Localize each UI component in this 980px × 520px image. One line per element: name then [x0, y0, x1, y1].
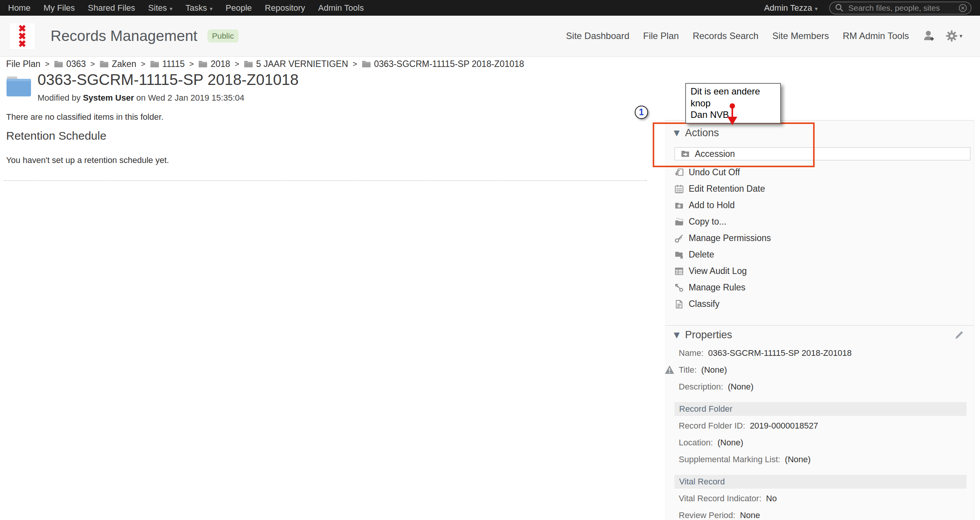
search-input[interactable] [848, 3, 958, 13]
breadcrumb-label: 0363 [66, 59, 86, 69]
action-label: Manage Rules [689, 282, 745, 293]
action-manage-rules[interactable]: Manage Rules [675, 279, 771, 296]
breadcrumb-label: Zaken [112, 59, 136, 69]
nav-repository[interactable]: Repository [258, 3, 312, 13]
action-label: Copy to... [689, 217, 726, 227]
invite-user-icon[interactable] [923, 30, 936, 42]
breadcrumb-separator: > [353, 60, 357, 68]
breadcrumb-file-plan[interactable]: File Plan [6, 59, 40, 69]
user-menu[interactable]: Admin Tezza▾ [764, 3, 818, 13]
classify-document-icon [675, 300, 684, 309]
page-title: 0363-SGCRM-11115-SP 2018-Z01018 [38, 71, 299, 88]
accession-icon [681, 149, 690, 158]
action-label: Accession [695, 149, 735, 159]
modified-user-link[interactable]: System User [83, 93, 134, 103]
property-value: 2019-0000018527 [750, 421, 818, 431]
tab-file-plan[interactable]: File Plan [643, 31, 679, 41]
property-value: (None) [717, 438, 743, 448]
delete-folder-icon [675, 250, 684, 259]
breadcrumb-folder[interactable]: 0363 [54, 59, 86, 69]
add-to-hold-icon [675, 201, 684, 210]
property-row-description: Description: (None) [679, 381, 974, 392]
folder-icon [244, 60, 253, 68]
action-label: Delete [689, 249, 714, 260]
caret-down-icon: ▾ [959, 33, 962, 39]
breadcrumb-folder[interactable]: 2018 [198, 59, 230, 69]
caret-down-icon: ▾ [210, 5, 213, 12]
nav-home[interactable]: Home [2, 3, 37, 13]
breadcrumb-label: 5 JAAR VERNIETIGEN [256, 59, 348, 69]
record-folder-group-header: Record Folder [675, 402, 967, 416]
collapse-triangle-icon: ▼ [674, 330, 679, 339]
nav-my-files[interactable]: My Files [37, 3, 82, 13]
action-undo-cut-off[interactable]: Undo Cut Off [675, 164, 771, 181]
user-menu-label: Admin Tezza [764, 3, 812, 13]
no-classified-items-text: There are no classified items in this fo… [6, 112, 163, 122]
tab-rm-admin-tools[interactable]: RM Admin Tools [843, 31, 909, 41]
breadcrumb-folder[interactable]: 11115 [150, 59, 185, 69]
property-row-location: Location: (None) [679, 437, 974, 448]
undo-cut-off-icon [675, 168, 684, 177]
tab-site-members[interactable]: Site Members [772, 31, 829, 41]
collapse-triangle-icon: ▼ [674, 128, 679, 137]
site-header: Records Management Public Site Dashboard… [0, 16, 980, 57]
group-title: Record Folder [679, 404, 732, 414]
tab-site-dashboard[interactable]: Site Dashboard [566, 31, 629, 41]
action-label: View Audit Log [689, 266, 747, 276]
breadcrumb-separator: > [189, 60, 194, 68]
breadcrumb-folder[interactable]: 5 JAAR VERNIETIGEN [244, 59, 348, 69]
action-view-audit-log[interactable]: View Audit Log [675, 263, 771, 279]
audit-log-icon [675, 267, 684, 276]
site-navigation: Site Dashboard File Plan Records Search … [566, 30, 972, 42]
action-edit-retention-date[interactable]: Edit Retention Date [675, 181, 771, 197]
key-icon [675, 234, 684, 243]
property-label: Title: [679, 365, 697, 375]
property-label: Name: [679, 348, 704, 358]
modified-prefix: Modified by [38, 93, 81, 103]
breadcrumb-label: 11115 [162, 59, 185, 69]
nav-tasks-label: Tasks [186, 3, 207, 13]
site-logo[interactable] [10, 23, 34, 49]
nav-shared-files[interactable]: Shared Files [82, 3, 142, 13]
annotation-step-number: 1 [635, 106, 648, 119]
breadcrumb-separator: > [90, 60, 95, 68]
action-delete[interactable]: Delete [675, 246, 771, 263]
edit-properties-pencil-icon[interactable] [954, 330, 964, 342]
properties-section: ▼ Properties Name: 0363-SGCRM-11115-SP 2… [665, 325, 974, 520]
property-value: 0363-SGCRM-11115-SP 2018-Z01018 [708, 348, 852, 358]
details-panel: ▼ Actions Accession Undo Cut Off [665, 120, 974, 520]
action-label: Edit Retention Date [689, 184, 765, 194]
site-settings-gear-icon[interactable]: ▾ [946, 30, 962, 42]
action-classify[interactable]: Classify [675, 296, 771, 312]
breadcrumb-folder[interactable]: Zaken [100, 59, 136, 69]
annotation-arrow-line [732, 107, 733, 117]
action-label: Undo Cut Off [689, 167, 740, 178]
properties-section-header[interactable]: ▼ Properties [674, 329, 974, 341]
action-label: Manage Permissions [689, 233, 771, 243]
annotation-arrow-head-icon [727, 117, 737, 125]
properties-title: Properties [685, 329, 732, 341]
property-label: Record Folder ID: [679, 421, 745, 431]
property-label: Location: [679, 438, 713, 448]
folder-icon [100, 60, 109, 68]
property-row-vital-record-indicator: Vital Record Indicator: No [679, 493, 974, 504]
action-add-to-hold[interactable]: Add to Hold [675, 197, 771, 214]
nav-people[interactable]: People [219, 3, 258, 13]
nav-admin-tools[interactable]: Admin Tools [312, 3, 370, 13]
property-value: None [740, 510, 760, 520]
action-accession[interactable]: Accession [675, 147, 970, 160]
modified-suffix: on Wed 2 Jan 2019 15:35:04 [136, 93, 244, 103]
actions-title: Actions [685, 127, 719, 139]
action-manage-permissions[interactable]: Manage Permissions [675, 230, 771, 246]
actions-list: Undo Cut Off Edit Retention Date [675, 164, 771, 312]
nav-sites[interactable]: Sites▾ [142, 3, 179, 13]
action-label: Add to Hold [689, 200, 735, 210]
property-row-title: Title: (None) [679, 365, 974, 375]
tab-records-search[interactable]: Records Search [693, 31, 758, 41]
action-copy-to[interactable]: Copy to... [675, 214, 771, 230]
search-clear-icon[interactable] [958, 3, 967, 13]
property-row-name: Name: 0363-SGCRM-11115-SP 2018-Z01018 [679, 348, 974, 359]
nav-tasks[interactable]: Tasks▾ [179, 3, 219, 13]
actions-section-header[interactable]: ▼ Actions [674, 127, 974, 139]
top-navigation-bar: Home My Files Shared Files Sites▾ Tasks▾… [0, 0, 980, 16]
